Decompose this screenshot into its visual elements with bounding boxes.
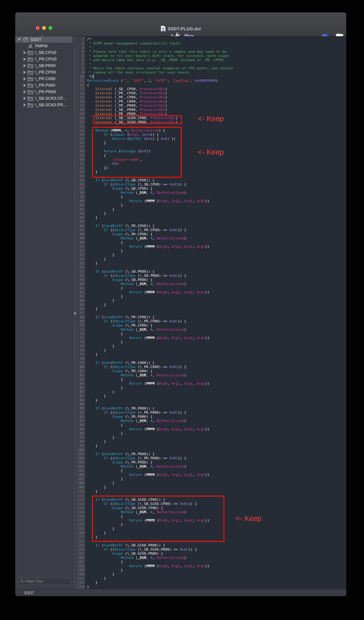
- line-number: 2: [77, 41, 85, 46]
- line-number: 104: [77, 465, 85, 469]
- desktop: DSL SSDT-PLUG.dsl A Fonts: [0, 0, 364, 620]
- line-number: 6: [77, 58, 85, 62]
- line-number: 16: [77, 99, 85, 104]
- disclosure-closed-icon[interactable]: [24, 71, 26, 74]
- line-number: 109: [77, 485, 85, 489]
- code-line: }: [87, 435, 346, 440]
- disclosure-closed-icon[interactable]: [24, 77, 26, 80]
- line-number: 55: [77, 261, 85, 265]
- line-number: 86: [77, 390, 85, 394]
- sidebar-item--pr-pr00[interactable]: \_PR.PR00: [15, 89, 73, 95]
- document-icon: DSL: [161, 26, 166, 32]
- code-line: }: [87, 298, 346, 303]
- code-line: * XCPM power management compatibility ta…: [87, 41, 346, 46]
- code-line: Return (PMPM (Arg0, Arg1, Arg2, Arg3)): [87, 336, 346, 340]
- filter-tree-input[interactable]: [25, 579, 67, 584]
- line-number: 13: [77, 87, 85, 91]
- svg-text:DSL: DSL: [162, 30, 164, 31]
- code-line: }: [87, 568, 346, 572]
- line-number: 116: [77, 514, 85, 518]
- tree-item-label: \_SB.SCK0.PR...: [35, 102, 66, 107]
- sidebar-item-ssdt-root[interactable]: SSDT: [15, 36, 73, 43]
- line-number: 60: [77, 282, 85, 286]
- code-line: External (_PR_.C000, ProcessorObj): [87, 99, 346, 104]
- line-number: 24: [77, 133, 85, 137]
- line-number: 102: [77, 456, 85, 460]
- code-line: Scope (\_PR.P000) {: [87, 415, 346, 419]
- line-number: 58: [77, 274, 85, 278]
- sidebar-item--sb-sck0-pr-[interactable]: \_SB.SCK0.PR...: [15, 102, 73, 108]
- line-number: 33: [77, 170, 85, 174]
- line-number: 1: [77, 37, 85, 41]
- line-number: 128: [77, 564, 85, 568]
- code-line: }: [87, 253, 346, 257]
- home-icon: [22, 37, 29, 42]
- line-number: 31: [77, 162, 85, 166]
- line-number: 11: [77, 79, 85, 83]
- disclosure-closed-icon[interactable]: [24, 90, 26, 94]
- line-number: 39: [77, 195, 85, 199]
- sidebar-item--pr-p000[interactable]: \_PR.P000: [15, 82, 73, 89]
- code-line: {: [87, 332, 346, 336]
- line-number: 38: [77, 191, 85, 195]
- sidebar-item--sb-sck0-cp-[interactable]: \_SB.SCK0.CP...: [15, 95, 73, 102]
- code-line: {: [87, 195, 346, 199]
- code-line: * While the table contains several examp…: [87, 66, 346, 70]
- sidebar-item-pmpm[interactable]: PMPM: [15, 43, 73, 49]
- code-line: }: [87, 344, 346, 348]
- line-number: 53: [77, 253, 85, 257]
- disclosure-closed-icon[interactable]: [24, 57, 26, 61]
- disclosure-closed-icon[interactable]: [24, 84, 26, 87]
- line-number: 77: [77, 352, 85, 356]
- line-number: 129: [77, 568, 85, 572]
- disclosure-closed-icon[interactable]: [24, 97, 26, 100]
- folder-icon: [27, 50, 33, 55]
- code-line: Scope (\_SB.CPU0) {: [87, 186, 346, 191]
- line-number: 49: [77, 236, 85, 240]
- code-line: }: [87, 440, 346, 444]
- line-number: 42: [77, 207, 85, 211]
- line-number: 44: [77, 216, 85, 220]
- sidebar-item--pr-cp00[interactable]: \_PR.CP00: [15, 69, 73, 76]
- folder-icon: [27, 103, 33, 107]
- status-bar: SSDT: [15, 589, 346, 596]
- sidebar-item--sb-cpu0[interactable]: \_SB.CPU0: [15, 49, 73, 56]
- folder-icon: [27, 70, 33, 75]
- disclosure-open-icon[interactable]: [17, 38, 21, 41]
- line-number: 59: [77, 278, 85, 282]
- code-line: * adapted to fit your board's ACPI stack…: [87, 54, 346, 58]
- line-number: 99: [77, 444, 85, 448]
- split-divider[interactable]: [73, 36, 77, 589]
- line-number: 14: [77, 91, 85, 95]
- tree-item-label: \_PR.PR00: [35, 89, 56, 94]
- text-caret: [93, 75, 94, 78]
- line-number: 10: [77, 75, 85, 79]
- sidebar-item--pr-c000[interactable]: \_PR.C000: [15, 76, 73, 82]
- line-number: 118: [77, 523, 85, 527]
- disclosure-closed-icon[interactable]: [24, 103, 26, 107]
- search-icon: [19, 579, 25, 583]
- code-line: [87, 265, 346, 269]
- line-number: 117: [77, 518, 85, 523]
- code-line: {: [87, 240, 346, 245]
- line-number: 67: [77, 311, 85, 315]
- line-number: 76: [77, 348, 85, 352]
- sidebar-item--sb-pr00[interactable]: \_SB.PR00: [15, 62, 73, 69]
- code-line: }: [87, 211, 346, 216]
- filter-tree-field[interactable]: [17, 577, 71, 585]
- code-line: [87, 356, 346, 361]
- line-number: 85: [77, 386, 85, 390]
- line-number: 110: [77, 489, 85, 494]
- line-number: 8: [77, 66, 85, 70]
- tree-item-label: \_SB.PR00: [35, 63, 56, 68]
- disclosure-closed-icon[interactable]: [24, 64, 26, 67]
- sidebar-item--pr-cpu0[interactable]: \_PR.CPU0: [15, 56, 73, 62]
- code-line: Return (PMPM (Arg0, Arg1, Arg2, Arg3)): [87, 564, 346, 568]
- code-line: [87, 220, 346, 224]
- divider-handle-dot: [74, 312, 76, 315]
- code-line: }: [87, 489, 346, 494]
- disclosure-closed-icon[interactable]: [24, 51, 26, 54]
- code-line: * and device name may vary (e.g. _SB_.PR…: [87, 58, 346, 62]
- tree-root-label: SSDT: [30, 37, 41, 42]
- code-line: Return (PMPM (Arg0, Arg1, Arg2, Arg3)): [87, 473, 346, 477]
